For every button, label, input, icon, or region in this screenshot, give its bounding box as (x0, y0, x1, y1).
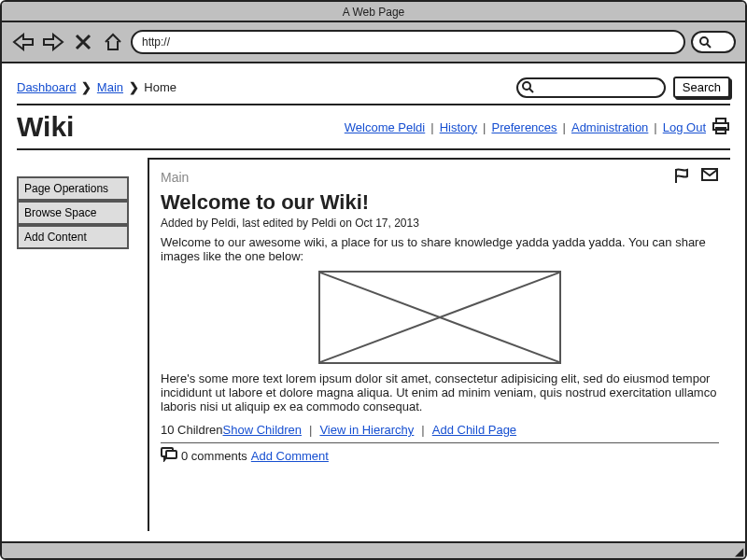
sidebar-add-content[interactable]: Add Content (17, 225, 129, 249)
comments-count: 0 comments (181, 449, 247, 463)
comment-icon (161, 447, 177, 465)
breadcrumb: Dashboard ❯ Main ❯ Home (17, 80, 176, 94)
comments-row: 0 comments Add Comment (161, 447, 719, 465)
site-title: Wiki (17, 111, 74, 143)
page-paragraph-2: Here's some more text lorem ipsum dolor … (161, 371, 719, 413)
page-title: Welcome to our Wiki! (161, 190, 719, 215)
children-count: 10 Children (161, 423, 223, 437)
svg-point-1 (523, 82, 530, 90)
back-icon[interactable] (11, 30, 35, 54)
print-icon[interactable] (712, 118, 730, 137)
children-row: 10 Children Show Children | View in Hier… (161, 423, 719, 437)
sidebar-page-operations[interactable]: Page Operations (17, 176, 129, 201)
stop-icon[interactable] (71, 30, 95, 54)
nav-welcome[interactable]: Welcome Peldi (345, 120, 425, 134)
add-child-page-link[interactable]: Add Child Page (432, 423, 516, 437)
home-icon[interactable] (101, 30, 125, 54)
flag-icon[interactable] (672, 167, 691, 187)
nav-preferences[interactable]: Preferences (491, 120, 557, 134)
window-title: A Web Page (2, 2, 745, 22)
site-search: Search (516, 77, 730, 98)
browser-toolbar: http:// (2, 22, 745, 63)
main-area: Page Operations Browse Space Add Content… (17, 158, 730, 531)
view-hierarchy-link[interactable]: View in Hierarchy (319, 423, 414, 437)
browser-search[interactable] (691, 31, 736, 53)
page-paragraph-1: Welcome to our awesome wiki, a place for… (161, 235, 719, 263)
page-content: Dashboard ❯ Main ❯ Home Search Wiki Welc… (2, 63, 745, 531)
divider (17, 148, 730, 150)
magnifier-icon (698, 35, 712, 49)
magnifier-icon (521, 80, 534, 93)
space-name: Main (161, 170, 189, 185)
breadcrumb-sep: ❯ (81, 80, 92, 94)
page-meta: Added by Peldi, last edited by Peldi on … (161, 217, 719, 230)
forward-icon[interactable] (41, 30, 65, 54)
search-input[interactable] (516, 77, 666, 98)
breadcrumb-dashboard[interactable]: Dashboard (17, 80, 77, 94)
breadcrumb-home: Home (144, 80, 176, 94)
nav-administration[interactable]: Administration (571, 120, 648, 134)
breadcrumb-main[interactable]: Main (97, 80, 123, 94)
mail-icon[interactable] (700, 167, 719, 187)
sidebar: Page Operations Browse Space Add Content (17, 158, 148, 531)
image-placeholder (318, 271, 561, 364)
svg-rect-7 (166, 451, 176, 458)
top-row: Dashboard ❯ Main ❯ Home Search (17, 77, 730, 98)
sidebar-browse-space[interactable]: Browse Space (17, 201, 129, 225)
search-button[interactable]: Search (673, 77, 730, 98)
divider (161, 442, 719, 443)
show-children-link[interactable]: Show Children (223, 423, 303, 437)
header-row: Wiki Welcome Peldi| History| Preferences… (17, 111, 730, 143)
add-comment-link[interactable]: Add Comment (251, 449, 329, 463)
url-input[interactable]: http:// (131, 30, 685, 54)
resize-handle-icon[interactable]: ◢ (735, 545, 743, 558)
nav-logout[interactable]: Log Out (663, 120, 706, 134)
url-text: http:// (142, 35, 170, 49)
divider (17, 104, 730, 105)
top-nav: Welcome Peldi| History| Preferences| Adm… (345, 118, 730, 137)
nav-history[interactable]: History (440, 120, 477, 134)
page-panel: Main Welcome to our Wiki! Added by Peldi… (148, 158, 730, 531)
status-bar: ◢ (2, 541, 745, 558)
breadcrumb-sep: ❯ (129, 80, 139, 94)
svg-point-0 (700, 37, 708, 45)
browser-window: A Web Page http:// Dashboard ❯ Main ❯ Ho… (0, 0, 747, 560)
